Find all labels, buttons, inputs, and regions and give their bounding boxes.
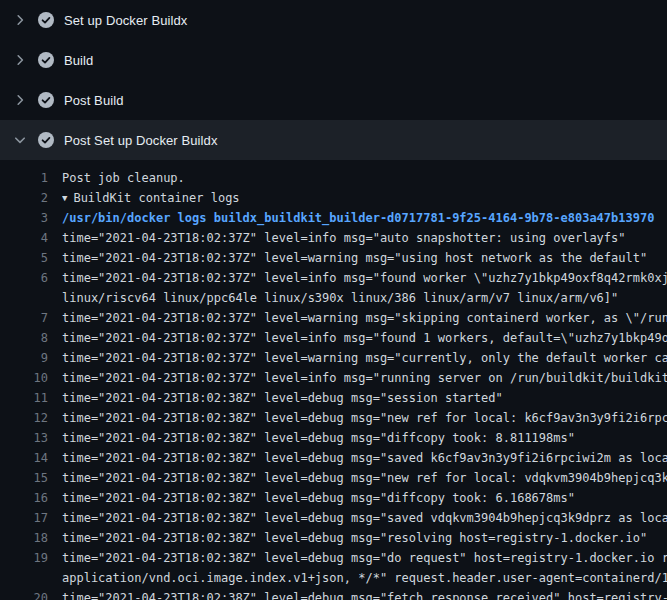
line-number (0, 288, 48, 308)
log-text: time="2021-04-23T18:02:38Z" level=debug … (62, 428, 667, 448)
log-line: 3/usr/bin/docker logs buildx_buildkit_bu… (0, 208, 667, 228)
line-number[interactable]: 13 (0, 428, 48, 448)
line-number[interactable]: 3 (0, 208, 48, 228)
triangle-down-icon: ▼ (62, 188, 67, 208)
line-number[interactable]: 5 (0, 248, 48, 268)
line-number[interactable]: 16 (0, 488, 48, 508)
log-line-continuation: application/vnd.oci.image.index.v1+json,… (0, 568, 667, 588)
line-number[interactable]: 19 (0, 548, 48, 568)
step-label: Set up Docker Buildx (64, 13, 187, 28)
step-list: Set up Docker BuildxBuildPost BuildPost … (0, 0, 667, 160)
step-label: Build (64, 53, 93, 68)
check-circle-icon (38, 92, 54, 108)
check-circle-icon (38, 12, 54, 28)
log-line: 17time="2021-04-23T18:02:38Z" level=debu… (0, 508, 667, 528)
line-number[interactable]: 20 (0, 588, 48, 600)
log-text: application/vnd.oci.image.index.v1+json,… (62, 568, 667, 588)
log-text: Post job cleanup. (62, 168, 667, 188)
step-header-post-build[interactable]: Post Build (0, 80, 667, 120)
line-number[interactable]: 6 (0, 268, 48, 288)
check-circle-icon (38, 132, 54, 148)
line-number[interactable]: 17 (0, 508, 48, 528)
log-text: linux/riscv64 linux/ppc64le linux/s390x … (62, 288, 667, 308)
log-text: time="2021-04-23T18:02:38Z" level=debug … (62, 548, 667, 568)
log-line: 18time="2021-04-23T18:02:38Z" level=debu… (0, 528, 667, 548)
log-line: 19time="2021-04-23T18:02:38Z" level=debu… (0, 548, 667, 568)
log-text: time="2021-04-23T18:02:38Z" level=debug … (62, 588, 667, 600)
log-command-text: /usr/bin/docker logs buildx_buildkit_bui… (62, 208, 667, 228)
step-label: Post Set up Docker Buildx (64, 133, 218, 148)
step-header-build[interactable]: Build (0, 40, 667, 80)
log-text: time="2021-04-23T18:02:37Z" level=info m… (62, 328, 667, 348)
step-header-set-up-docker-buildx[interactable]: Set up Docker Buildx (0, 0, 667, 40)
actions-log-viewer: Set up Docker BuildxBuildPost BuildPost … (0, 0, 667, 600)
line-number[interactable]: 18 (0, 528, 48, 548)
log-text: time="2021-04-23T18:02:37Z" level=warnin… (62, 248, 667, 268)
log-line: 20time="2021-04-23T18:02:38Z" level=debu… (0, 588, 667, 600)
line-number[interactable]: 9 (0, 348, 48, 368)
log-line-continuation: linux/riscv64 linux/ppc64le linux/s390x … (0, 288, 667, 308)
log-line: 8time="2021-04-23T18:02:37Z" level=info … (0, 328, 667, 348)
log-line: 2▼BuildKit container logs (0, 188, 667, 208)
line-number[interactable]: 8 (0, 328, 48, 348)
log-line: 15time="2021-04-23T18:02:38Z" level=debu… (0, 468, 667, 488)
line-number[interactable]: 15 (0, 468, 48, 488)
log-text: time="2021-04-23T18:02:38Z" level=debug … (62, 488, 667, 508)
line-number[interactable]: 14 (0, 448, 48, 468)
chevron-right-icon[interactable] (12, 12, 28, 28)
log-line: 13time="2021-04-23T18:02:38Z" level=debu… (0, 428, 667, 448)
log-line: 16time="2021-04-23T18:02:38Z" level=debu… (0, 488, 667, 508)
check-circle-icon (38, 52, 54, 68)
log-text: time="2021-04-23T18:02:37Z" level=info m… (62, 268, 667, 288)
log-lines: 1Post job cleanup.2▼BuildKit container l… (0, 160, 667, 600)
chevron-right-icon[interactable] (12, 92, 28, 108)
log-text: time="2021-04-23T18:02:37Z" level=info m… (62, 368, 667, 388)
log-group-toggle[interactable]: ▼BuildKit container logs (62, 188, 667, 208)
line-number[interactable]: 1 (0, 168, 48, 188)
log-line: 7time="2021-04-23T18:02:37Z" level=warni… (0, 308, 667, 328)
log-line: 4time="2021-04-23T18:02:37Z" level=info … (0, 228, 667, 248)
log-line: 11time="2021-04-23T18:02:38Z" level=debu… (0, 388, 667, 408)
log-text: time="2021-04-23T18:02:38Z" level=debug … (62, 468, 667, 488)
log-line: 1Post job cleanup. (0, 168, 667, 188)
line-number[interactable]: 4 (0, 228, 48, 248)
line-number[interactable]: 7 (0, 308, 48, 328)
chevron-right-icon[interactable] (12, 52, 28, 68)
line-number[interactable]: 2 (0, 188, 48, 208)
step-header-post-set-up-docker-buildx[interactable]: Post Set up Docker Buildx (0, 120, 667, 160)
log-line: 10time="2021-04-23T18:02:37Z" level=info… (0, 368, 667, 388)
line-number[interactable]: 10 (0, 368, 48, 388)
log-text: time="2021-04-23T18:02:37Z" level=info m… (62, 228, 667, 248)
log-line: 6time="2021-04-23T18:02:37Z" level=info … (0, 268, 667, 288)
log-text: time="2021-04-23T18:02:38Z" level=debug … (62, 508, 667, 528)
line-number[interactable]: 12 (0, 408, 48, 428)
log-line: 5time="2021-04-23T18:02:37Z" level=warni… (0, 248, 667, 268)
log-line: 9time="2021-04-23T18:02:37Z" level=warni… (0, 348, 667, 368)
chevron-down-icon[interactable] (12, 132, 28, 148)
line-number[interactable]: 11 (0, 388, 48, 408)
log-line: 12time="2021-04-23T18:02:38Z" level=debu… (0, 408, 667, 428)
log-text: time="2021-04-23T18:02:38Z" level=debug … (62, 408, 667, 428)
log-line: 14time="2021-04-23T18:02:38Z" level=debu… (0, 448, 667, 468)
log-text: time="2021-04-23T18:02:37Z" level=warnin… (62, 348, 667, 368)
log-text: time="2021-04-23T18:02:38Z" level=debug … (62, 388, 667, 408)
log-text: time="2021-04-23T18:02:38Z" level=debug … (62, 528, 667, 548)
log-text: time="2021-04-23T18:02:37Z" level=warnin… (62, 308, 667, 328)
line-number (0, 568, 48, 588)
step-label: Post Build (64, 93, 124, 108)
log-text: time="2021-04-23T18:02:38Z" level=debug … (62, 448, 667, 468)
